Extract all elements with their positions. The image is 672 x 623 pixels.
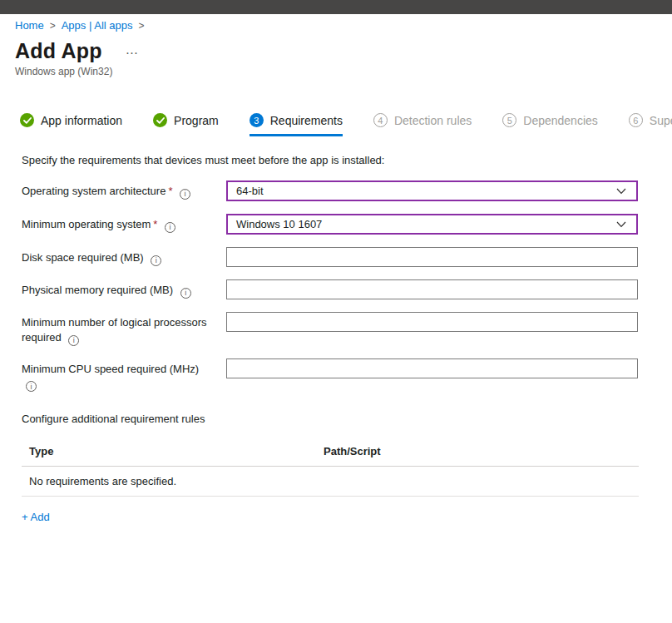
minimum-os-select[interactable]: Windows 10 1607	[226, 214, 638, 235]
logical-processors-input[interactable]	[226, 312, 638, 332]
add-requirement-link[interactable]: + Add	[22, 511, 50, 523]
info-icon[interactable]: i	[151, 255, 161, 266]
chevron-down-icon	[616, 188, 626, 195]
field-label: Minimum operating system* i	[22, 214, 226, 233]
field-label-text: Minimum CPU speed required (MHz)	[22, 363, 199, 375]
check-icon	[20, 113, 34, 127]
field-label-text: Minimum operating system	[22, 218, 151, 230]
step-requirements[interactable]: 3 Requirements	[250, 113, 343, 136]
field-row-logical-processors: Minimum number of logical processors req…	[22, 312, 672, 346]
physical-memory-input[interactable]	[226, 279, 638, 299]
step-supersedence[interactable]: 6 Supersedence	[629, 113, 672, 136]
more-menu-button[interactable]: ⋯	[122, 46, 142, 61]
step-detection-rules[interactable]: 4 Detection rules	[373, 113, 472, 136]
portal-top-bar	[0, 0, 672, 14]
breadcrumb-home-link[interactable]: Home	[15, 19, 44, 32]
step-number-badge: 4	[373, 113, 388, 127]
field-label: Operating system architecture* i	[22, 180, 226, 200]
field-label-text: Disk space required (MB)	[22, 251, 144, 264]
select-value: 64-bit	[236, 185, 264, 197]
step-label: Dependencies	[523, 114, 598, 127]
requirement-rules-table: Type Path/Script No requirements are spe…	[22, 445, 639, 497]
breadcrumb-separator-icon: >	[50, 20, 56, 32]
empty-table-message: No requirements are specified.	[22, 467, 639, 497]
field-row-physical-memory: Physical memory required (MB) i	[22, 279, 672, 299]
field-label-text: Physical memory required (MB)	[22, 284, 173, 296]
field-row-disk-space: Disk space required (MB) i	[22, 247, 672, 267]
check-icon	[153, 113, 167, 127]
field-label: Minimum number of logical processors req…	[22, 312, 226, 346]
page-subtitle: Windows app (Win32)	[15, 66, 672, 77]
os-architecture-select[interactable]: 64-bit	[226, 180, 638, 201]
field-label-text: Minimum number of logical processors req…	[22, 316, 207, 344]
table-header-row: Type Path/Script	[22, 445, 639, 467]
wizard-steps: App information Program 3 Requirements 4…	[20, 113, 672, 136]
step-app-information[interactable]: App information	[20, 113, 122, 136]
step-program[interactable]: Program	[153, 113, 219, 136]
additional-rules-heading: Configure additional requirement rules	[22, 413, 672, 425]
select-value: Windows 10 1607	[236, 218, 322, 230]
step-label: Program	[174, 114, 219, 127]
cpu-speed-input[interactable]	[226, 358, 638, 378]
step-number-badge: 3	[250, 113, 264, 127]
step-label: Supersedence	[650, 114, 672, 127]
field-row-cpu-speed: Minimum CPU speed required (MHz) i	[22, 358, 672, 393]
column-header-type: Type	[29, 445, 324, 457]
info-icon[interactable]: i	[180, 288, 191, 299]
step-number-badge: 5	[502, 113, 516, 127]
column-header-path-script: Path/Script	[324, 445, 381, 457]
field-row-minimum-os: Minimum operating system* i Windows 10 1…	[22, 214, 672, 235]
requirements-form: Operating system architecture* i 64-bit …	[22, 180, 672, 392]
chevron-down-icon	[616, 221, 626, 228]
info-icon[interactable]: i	[26, 381, 37, 392]
step-label: Detection rules	[394, 114, 472, 127]
required-asterisk: *	[153, 218, 157, 230]
required-asterisk: *	[168, 185, 172, 197]
breadcrumb: Home > Apps | All apps >	[15, 19, 672, 32]
info-icon[interactable]: i	[180, 189, 190, 200]
field-label: Minimum CPU speed required (MHz) i	[22, 358, 226, 393]
step-dependencies[interactable]: 5 Dependencies	[502, 113, 598, 136]
step-label: App information	[41, 114, 122, 127]
breadcrumb-separator-icon: >	[138, 20, 144, 32]
page-content: Home > Apps | All apps > Add App ⋯ Windo…	[0, 19, 672, 524]
page-title: Add App	[15, 39, 102, 63]
info-icon[interactable]: i	[165, 222, 175, 233]
field-label: Disk space required (MB) i	[22, 247, 226, 266]
field-label: Physical memory required (MB) i	[22, 279, 226, 299]
info-icon[interactable]: i	[68, 335, 79, 346]
step-label: Requirements	[270, 114, 343, 127]
breadcrumb-all-apps-link[interactable]: Apps | All apps	[62, 19, 133, 32]
disk-space-input[interactable]	[226, 247, 638, 267]
field-label-text: Operating system architecture	[22, 185, 166, 197]
step-number-badge: 6	[629, 113, 643, 127]
requirements-instruction: Specify the requirements that devices mu…	[22, 154, 672, 166]
field-row-os-architecture: Operating system architecture* i 64-bit	[22, 180, 672, 201]
